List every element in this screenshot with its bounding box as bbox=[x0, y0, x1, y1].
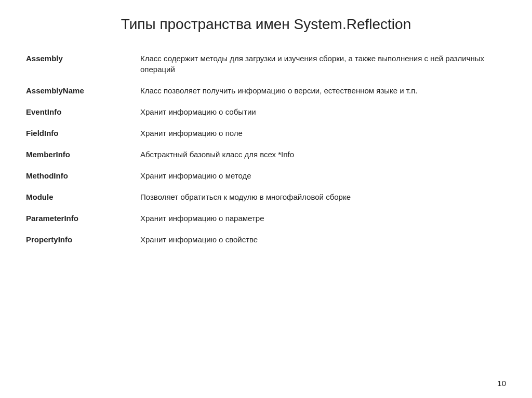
type-name: Module bbox=[26, 186, 140, 208]
table-row: AssemblyNameКласс позволяет получить инф… bbox=[26, 80, 506, 101]
type-description: Хранит информацию о методе bbox=[140, 165, 506, 186]
table-row: AssemblyКласс содержит методы для загруз… bbox=[26, 48, 506, 80]
type-name: EventInfo bbox=[26, 101, 140, 122]
table-row: ParameterInfoХранит информацию о парамет… bbox=[26, 208, 506, 229]
type-description: Класс позволяет получить информацию о ве… bbox=[140, 80, 506, 101]
type-description: Хранит информацию о поле bbox=[140, 122, 506, 144]
table-row: PropertyInfoХранит информацию о свойстве bbox=[26, 229, 506, 250]
page-title: Типы пространства имен System.Reflection bbox=[26, 16, 506, 33]
type-name: Assembly bbox=[26, 48, 140, 80]
type-description: Абстрактный базовый класс для всех *Info bbox=[140, 144, 506, 165]
table-row: EventInfoХранит информацию о событии bbox=[26, 101, 506, 122]
type-name: MethodInfo bbox=[26, 165, 140, 186]
table-row: MemberInfoАбстрактный базовый класс для … bbox=[26, 144, 506, 165]
type-name: AssemblyName bbox=[26, 80, 140, 101]
type-description: Класс содержит методы для загрузки и изу… bbox=[140, 48, 506, 80]
types-table: AssemblyКласс содержит методы для загруз… bbox=[26, 48, 506, 250]
type-name: MemberInfo bbox=[26, 144, 140, 165]
table-row: ModuleПозволяет обратиться к модулю в мн… bbox=[26, 186, 506, 208]
slide-page: Типы пространства имен System.Reflection… bbox=[0, 0, 532, 398]
table-row: MethodInfoХранит информацию о методе bbox=[26, 165, 506, 186]
page-number: 10 bbox=[497, 379, 506, 388]
type-description: Позволяет обратиться к модулю в многофай… bbox=[140, 186, 506, 208]
type-name: FieldInfo bbox=[26, 122, 140, 144]
table-row: FieldInfoХранит информацию о поле bbox=[26, 122, 506, 144]
type-name: PropertyInfo bbox=[26, 229, 140, 250]
type-description: Хранит информацию о параметре bbox=[140, 208, 506, 229]
type-description: Хранит информацию о свойстве bbox=[140, 229, 506, 250]
type-description: Хранит информацию о событии bbox=[140, 101, 506, 122]
type-name: ParameterInfo bbox=[26, 208, 140, 229]
